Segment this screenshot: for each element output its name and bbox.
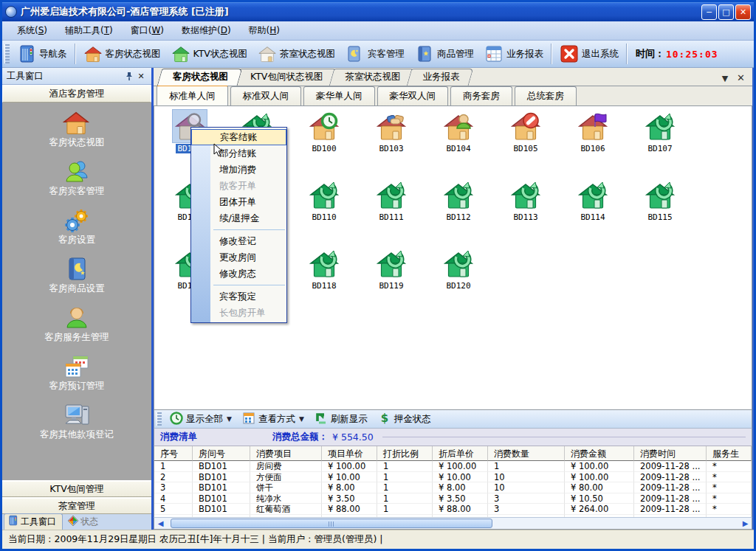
scrollbar-thumb[interactable] xyxy=(171,519,492,528)
room-item[interactable]: BD112 xyxy=(427,179,489,222)
context-menu-item[interactable]: 团体开单 xyxy=(191,194,286,210)
table-row[interactable]: 5BD101红葡萄酒¥ 88.001¥ 88.003¥ 264.002009-1… xyxy=(154,504,752,515)
room-toolbar-button[interactable]: $押金状态 xyxy=(374,410,436,429)
room-toolbar-button[interactable]: 查看方式▼ xyxy=(238,410,309,429)
menu-item[interactable]: 辅助工具(T) xyxy=(56,22,122,39)
toolbar-button[interactable]: 业务报表 xyxy=(479,43,549,65)
room-type-tab[interactable]: 豪华单人间 xyxy=(303,86,375,105)
room-item[interactable]: BD119 xyxy=(360,247,422,291)
room-item[interactable]: BD120 xyxy=(427,247,489,291)
scroll-left-icon[interactable]: ◀ xyxy=(154,518,167,529)
table-header-cell[interactable]: 打折比例 xyxy=(377,446,433,461)
room-item[interactable]: BD106 xyxy=(562,110,624,153)
room-type-tab[interactable]: 标准单人间 xyxy=(157,85,228,105)
sidebar-group-hotel-rooms[interactable]: 酒店客房管理 xyxy=(2,85,151,103)
room-toolbar-button[interactable]: 刷新显示 xyxy=(310,410,372,429)
sidebar-item[interactable]: 客房其他款项登记 xyxy=(2,402,151,451)
table-header-cell[interactable]: 服务生 xyxy=(707,446,752,461)
table-cell: ¥ 100.00 xyxy=(433,461,488,472)
toolbar-nav-button[interactable]: 导航条 xyxy=(12,43,72,65)
room-item[interactable]: BD107 xyxy=(629,110,691,153)
table-row[interactable]: 4BD101纯净水¥ 3.501¥ 3.503¥ 10.502009-11-28… xyxy=(154,493,752,505)
window-tab[interactable]: KTV包间状态视图 xyxy=(237,69,334,86)
sidebar-item[interactable]: 客房商品设置 xyxy=(2,256,151,305)
menu-item[interactable]: 帮助(H) xyxy=(240,22,289,39)
table-row[interactable]: 3BD101饼干¥ 8.001¥ 8.0010¥ 80.002009-11-28… xyxy=(154,482,752,493)
maximize-button[interactable]: □ xyxy=(718,4,734,20)
table-row[interactable]: 1BD101房间费¥ 100.001¥ 100.001¥ 100.002009-… xyxy=(154,461,752,472)
room-item[interactable]: BD115 xyxy=(629,179,691,222)
toolbar-grip[interactable] xyxy=(4,44,10,63)
table-cell: 1 xyxy=(488,461,565,472)
room-item[interactable]: BD100 xyxy=(293,110,355,153)
context-menu-item[interactable]: 宾客预定 xyxy=(191,288,286,305)
table-header-cell[interactable]: 消费数量 xyxy=(488,446,565,461)
sidebar-item[interactable]: 客房设置 xyxy=(2,207,151,256)
menu-item[interactable]: 系统(S) xyxy=(8,22,56,39)
sidebar-tab[interactable]: 工具窗口 xyxy=(4,513,63,530)
context-menu-item[interactable]: 部分结账 xyxy=(191,145,286,162)
room-type-tab[interactable]: 总统套房 xyxy=(515,86,577,105)
table-header-cell[interactable]: 折后单价 xyxy=(433,446,488,461)
tab-close-icon[interactable]: ✕ xyxy=(732,72,749,86)
sidebar-tab[interactable]: 状态 xyxy=(64,514,105,530)
table-header-cell[interactable]: 消费项目 xyxy=(250,446,322,461)
table-header-cell[interactable]: 消费时间 xyxy=(634,446,707,461)
table-row[interactable]: 2BD101方便面¥ 10.001¥ 10.0010¥ 100.002009-1… xyxy=(154,472,752,483)
table-header-cell[interactable]: 消费金额 xyxy=(565,446,634,461)
room-toolbar-button[interactable]: 显示全部▼ xyxy=(165,410,236,429)
context-menu-item[interactable]: 散客开单 xyxy=(191,178,286,194)
sidebar-item[interactable]: 客房状态视图 xyxy=(2,110,151,159)
context-menu-item[interactable]: 更改房间 xyxy=(191,249,286,266)
toolbar-button[interactable]: KTV状态视图 xyxy=(166,43,252,65)
window-tab[interactable]: 茶室状态视图 xyxy=(331,69,412,86)
room-item[interactable]: BD118 xyxy=(293,247,355,291)
table-header-cell[interactable]: 项目单价 xyxy=(322,446,377,461)
context-menu-item[interactable]: 宾客结账 xyxy=(191,129,286,145)
context-menu-item[interactable]: 长包房开单 xyxy=(191,305,286,321)
room-panel-toolbar: 显示全部▼查看方式▼刷新显示$押金状态 xyxy=(154,409,752,429)
window-tab[interactable]: 业务报表 xyxy=(409,69,471,86)
close-button[interactable]: ✕ xyxy=(735,4,751,20)
tab-dropdown-icon[interactable]: ▼ xyxy=(718,74,732,86)
pin-icon[interactable] xyxy=(123,70,135,82)
context-menu-item[interactable]: 修改房态 xyxy=(191,266,286,282)
room-item[interactable]: BD105 xyxy=(495,110,557,153)
close-panel-icon[interactable]: ✕ xyxy=(135,70,147,82)
toolbar-button[interactable]: 商品管理 xyxy=(410,43,479,65)
context-menu-item[interactable]: 修改登记 xyxy=(191,233,286,249)
table-cell: 1 xyxy=(377,472,433,483)
toolbar-button[interactable]: 宾客管理 xyxy=(340,43,410,65)
window-tab[interactable]: 客房状态视图 xyxy=(159,69,240,86)
toolbar-button[interactable]: 客房状态视图 xyxy=(78,43,166,65)
room-item[interactable]: BD114 xyxy=(562,179,624,222)
sidebar-item[interactable]: 客房服务生管理 xyxy=(2,305,151,353)
sidebar-group-bar[interactable]: 茶室管理 xyxy=(2,497,151,514)
table-header-cell[interactable]: 序号 xyxy=(154,446,193,461)
room-item[interactable]: BD113 xyxy=(495,179,557,222)
exit-system-button[interactable]: 退出系统 xyxy=(554,43,624,65)
room-type-tab[interactable]: 商务套房 xyxy=(450,86,512,105)
sidebar-item[interactable]: 客房宾客管理 xyxy=(2,159,151,207)
table-cell: 10 xyxy=(488,482,565,493)
table-header-cell[interactable]: 房间号 xyxy=(193,446,250,461)
room-item[interactable]: BD111 xyxy=(360,179,422,222)
room-type-tab[interactable]: 标准双人间 xyxy=(230,86,302,105)
horizontal-scrollbar[interactable]: ◀ ▶ xyxy=(154,517,752,530)
room-item[interactable]: BD110 xyxy=(293,179,355,222)
menu-item[interactable]: 窗口(W) xyxy=(122,22,173,39)
sidebar-group-bar[interactable]: KTV包间管理 xyxy=(2,480,151,497)
table-cell: ¥ 100.00 xyxy=(565,472,634,483)
room-type-tab[interactable]: 豪华双人间 xyxy=(377,86,449,105)
scroll-right-icon[interactable]: ▶ xyxy=(739,518,752,529)
room-item[interactable]: BD104 xyxy=(427,110,489,153)
context-menu-item[interactable]: 增加消费 xyxy=(191,162,286,178)
toolbar-button[interactable]: 茶室状态视图 xyxy=(252,43,340,65)
sidebar-item[interactable]: 客房预订管理 xyxy=(2,353,151,402)
toolbar-grip[interactable] xyxy=(157,412,162,426)
table-cell: ¥ 10.00 xyxy=(322,472,377,483)
room-item[interactable]: BD103 xyxy=(360,110,422,153)
minimize-button[interactable]: ─ xyxy=(701,4,717,20)
context-menu-item[interactable]: 续/退押金 xyxy=(191,210,286,226)
menu-item[interactable]: 数据维护(D) xyxy=(173,22,240,39)
